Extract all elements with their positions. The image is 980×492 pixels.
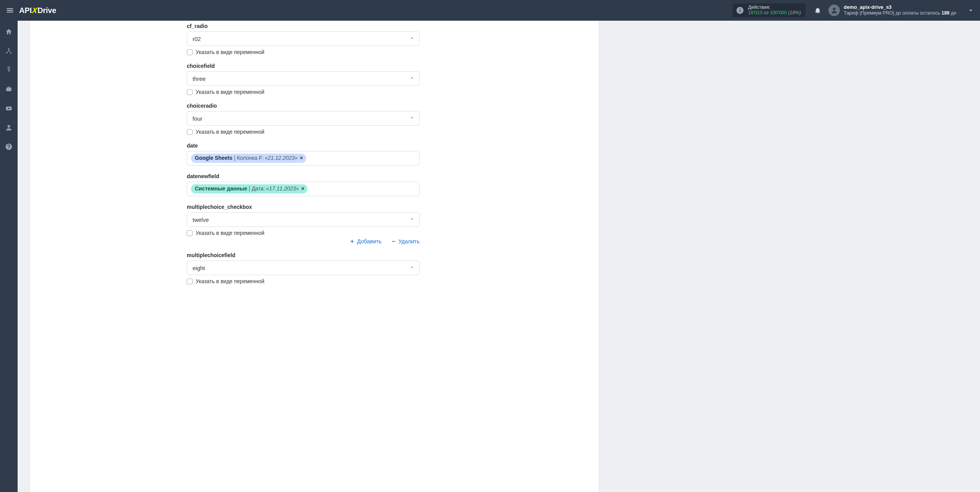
select-multiplechoice_checkbox[interactable]: twelve (187, 212, 420, 227)
checkbox-icon[interactable] (187, 129, 193, 135)
select-value: twelve (193, 216, 209, 223)
var-checkbox-label: Указать в виде переменной (196, 278, 265, 284)
svg-point-8 (8, 125, 10, 128)
sidebar-item-connections[interactable] (3, 45, 15, 57)
select-cf_radio[interactable]: r02 (187, 31, 420, 46)
chevron-down-icon (409, 216, 415, 223)
label-cf_radio: cf_radio (187, 23, 420, 29)
sidebar (0, 21, 18, 492)
field-date: date Google Sheets | Колонка F: «21.12.2… (187, 143, 420, 166)
sidebar-item-help[interactable] (3, 141, 15, 153)
var-checkbox-row[interactable]: Указать в виде переменной (187, 49, 420, 55)
chevron-down-icon (409, 115, 415, 122)
sidebar-item-home[interactable] (3, 26, 15, 38)
content-card: cf_radio r02 Указать в виде переменной c… (30, 21, 599, 492)
field-choiceradio: choiceradio four Указать в виде переменн… (187, 103, 420, 135)
label-multiplechoicefield: multiplechoicefield (187, 252, 420, 258)
field-datenewfield: datenewfield Системные данные | Дата: «1… (187, 173, 420, 196)
var-checkbox-row[interactable]: Указать в виде переменной (187, 230, 420, 236)
select-value: three (193, 75, 206, 82)
var-checkbox-row[interactable]: Указать в виде переменной (187, 89, 420, 95)
field-cf_radio: cf_radio r02 Указать в виде переменной (187, 23, 420, 55)
content-wrap: cf_radio r02 Указать в виде переменной c… (18, 21, 980, 492)
field-multiplechoice_checkbox: multiplechoice_checkbox twelve Указать в… (187, 204, 420, 244)
var-checkbox-label: Указать в виде переменной (196, 230, 265, 236)
notifications-bell-icon[interactable] (812, 4, 824, 16)
row-actions: Добавить Удалить (187, 238, 420, 244)
user-block[interactable]: demo_apix-drive_s3 Тариф |Премиум PRO| д… (844, 5, 956, 16)
checkbox-icon[interactable] (187, 49, 193, 55)
label-choiceradio: choiceradio (187, 103, 420, 109)
tokenbox-datenewfield[interactable]: Системные данные | Дата: «17.11.2023» × (187, 182, 420, 196)
svg-rect-1 (740, 10, 740, 12)
remove-button[interactable]: Удалить (391, 238, 420, 244)
chevron-down-icon (409, 75, 415, 82)
sidebar-item-briefcase[interactable] (3, 84, 15, 95)
app-header: API X Drive Действия: 18'010 из 100'000 … (0, 0, 980, 21)
info-icon (736, 6, 744, 15)
user-name: demo_apix-drive_s3 (844, 5, 956, 10)
hamburger-icon[interactable] (2, 2, 18, 19)
var-checkbox-label: Указать в виде переменной (196, 129, 265, 135)
app-logo[interactable]: API X Drive (19, 6, 56, 15)
label-date: date (187, 143, 420, 149)
select-multiplechoicefield[interactable]: eight (187, 261, 420, 275)
checkbox-icon[interactable] (187, 89, 193, 95)
tokenbox-date[interactable]: Google Sheets | Колонка F: «21.12.2023» … (187, 151, 420, 166)
svg-point-3 (833, 8, 836, 10)
label-multiplechoice_checkbox: multiplechoice_checkbox (187, 204, 420, 210)
chevron-down-icon (409, 36, 415, 42)
select-choicefield[interactable]: three (187, 71, 420, 86)
logo-x: X (31, 6, 38, 15)
label-datenewfield: datenewfield (187, 173, 420, 179)
field-choicefield: choicefield three Указать в виде перемен… (187, 63, 420, 95)
svg-rect-2 (740, 8, 740, 9)
select-value: r02 (193, 36, 201, 42)
select-value: eight (193, 265, 205, 271)
select-choiceradio[interactable]: four (187, 111, 420, 126)
logo-api: API (19, 6, 32, 15)
user-avatar-icon[interactable] (828, 5, 840, 16)
checkbox-icon[interactable] (187, 279, 193, 284)
actions-label: Действия: (748, 5, 801, 10)
sidebar-item-billing[interactable] (3, 64, 15, 76)
token-google-sheets[interactable]: Google Sheets | Колонка F: «21.12.2023» … (191, 154, 306, 163)
token-remove-icon[interactable]: × (300, 155, 303, 162)
sidebar-item-video[interactable] (3, 103, 15, 114)
header-chevron-down-icon[interactable] (967, 7, 975, 14)
add-button[interactable]: Добавить (350, 238, 382, 244)
checkbox-icon[interactable] (187, 230, 193, 236)
sidebar-item-account[interactable] (3, 122, 15, 133)
var-checkbox-label: Указать в виде переменной (196, 89, 265, 95)
chevron-down-icon (409, 265, 415, 271)
logo-drive: Drive (38, 6, 56, 15)
user-tariff: Тариф |Премиум PRO| до оплаты осталось 1… (844, 10, 956, 16)
var-checkbox-label: Указать в виде переменной (196, 49, 265, 55)
field-multiplechoicefield: multiplechoicefield eight Указать в виде… (187, 252, 420, 284)
actions-values: 18'010 из 100'000 (18%) (748, 10, 801, 16)
var-checkbox-row[interactable]: Указать в виде переменной (187, 129, 420, 135)
token-remove-icon[interactable]: × (301, 185, 304, 192)
token-system-data[interactable]: Системные данные | Дата: «17.11.2023» × (191, 184, 307, 194)
app-body: cf_radio r02 Указать в виде переменной c… (0, 21, 980, 492)
actions-counter[interactable]: Действия: 18'010 из 100'000 (18%) (733, 3, 805, 17)
select-value: four (193, 115, 203, 122)
var-checkbox-row[interactable]: Указать в виде переменной (187, 278, 420, 284)
form-area: cf_radio r02 Указать в виде переменной c… (187, 21, 420, 292)
label-choicefield: choicefield (187, 63, 420, 69)
